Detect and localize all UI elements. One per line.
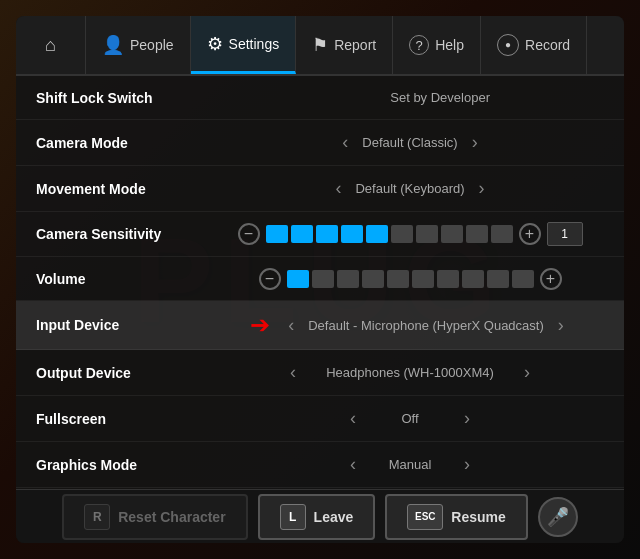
record-icon: ●: [497, 34, 519, 56]
nav-help-label: Help: [435, 37, 464, 53]
vol-block-2: [312, 270, 334, 288]
row-fullscreen: Fullscreen ‹ Off ›: [16, 396, 624, 442]
block-7: [416, 225, 438, 243]
volume-slider: − +: [259, 268, 562, 290]
shift-lock-value: Set by Developer: [216, 90, 604, 105]
report-icon: ⚑: [312, 36, 328, 54]
row-volume: Volume − +: [16, 257, 624, 301]
resume-button[interactable]: ESC Resume: [385, 494, 527, 540]
leave-label: Leave: [314, 509, 354, 525]
output-device-text: Headphones (WH-1000XM4): [310, 365, 510, 380]
nav-record-label: Record: [525, 37, 570, 53]
top-navigation: ⌂ 👤 People ⚙ Settings ⚑ Report ? Help ● …: [16, 16, 624, 76]
mic-button[interactable]: 🎤: [538, 497, 578, 537]
reset-character-button[interactable]: R Reset Character: [62, 494, 247, 540]
camera-sensitivity-blocks: [266, 225, 513, 243]
shift-lock-text: Set by Developer: [310, 90, 510, 105]
mic-icon: 🎤: [547, 506, 569, 528]
help-icon: ?: [409, 35, 429, 55]
camera-mode-next[interactable]: ›: [466, 130, 484, 155]
vol-block-10: [512, 270, 534, 288]
row-camera-mode: Camera Mode ‹ Default (Classic) ›: [16, 120, 624, 166]
output-device-label: Output Device: [36, 365, 216, 381]
camera-sensitivity-label: Camera Sensitivity: [36, 226, 216, 242]
block-10: [491, 225, 513, 243]
settings-panel: ⌂ 👤 People ⚙ Settings ⚑ Report ? Help ● …: [16, 16, 624, 543]
leave-key: L: [280, 504, 306, 530]
leave-button[interactable]: L Leave: [258, 494, 376, 540]
vol-block-5: [387, 270, 409, 288]
fullscreen-text: Off: [370, 411, 450, 426]
vol-block-3: [337, 270, 359, 288]
nav-help[interactable]: ? Help: [393, 16, 481, 74]
vol-block-8: [462, 270, 484, 288]
nav-settings[interactable]: ⚙ Settings: [191, 16, 297, 74]
graphics-mode-text: Manual: [370, 457, 450, 472]
volume-plus[interactable]: +: [540, 268, 562, 290]
people-icon: 👤: [102, 36, 124, 54]
camera-mode-value: ‹ Default (Classic) ›: [216, 130, 604, 155]
settings-icon: ⚙: [207, 35, 223, 53]
movement-mode-label: Movement Mode: [36, 181, 216, 197]
vol-block-9: [487, 270, 509, 288]
row-graphics-quality: Graphics Quality −: [16, 488, 624, 489]
fullscreen-value: ‹ Off ›: [216, 406, 604, 431]
row-input-device: Input Device ➔ ‹ Default - Microphone (H…: [16, 301, 624, 350]
resume-label: Resume: [451, 509, 505, 525]
output-device-prev[interactable]: ‹: [284, 360, 302, 385]
movement-mode-next[interactable]: ›: [473, 176, 491, 201]
volume-label: Volume: [36, 271, 216, 287]
resume-key: ESC: [407, 504, 443, 530]
block-6: [391, 225, 413, 243]
graphics-mode-prev[interactable]: ‹: [344, 452, 362, 477]
reset-key: R: [84, 504, 110, 530]
block-4: [341, 225, 363, 243]
camera-sensitivity-value: − +: [216, 222, 604, 246]
graphics-mode-next[interactable]: ›: [458, 452, 476, 477]
input-device-prev[interactable]: ‹: [282, 313, 300, 338]
bottom-bar: R Reset Character L Leave ESC Resume 🎤: [16, 489, 624, 543]
block-3: [316, 225, 338, 243]
volume-minus[interactable]: −: [259, 268, 281, 290]
row-graphics-mode: Graphics Mode ‹ Manual ›: [16, 442, 624, 488]
block-1: [266, 225, 288, 243]
camera-sensitivity-minus[interactable]: −: [238, 223, 260, 245]
input-device-label: Input Device: [36, 317, 216, 333]
input-device-next[interactable]: ›: [552, 313, 570, 338]
output-device-next[interactable]: ›: [518, 360, 536, 385]
graphics-mode-label: Graphics Mode: [36, 457, 216, 473]
block-8: [441, 225, 463, 243]
movement-mode-prev[interactable]: ‹: [329, 176, 347, 201]
nav-report[interactable]: ⚑ Report: [296, 16, 393, 74]
camera-mode-text: Default (Classic): [362, 135, 457, 150]
input-device-text: Default - Microphone (HyperX Quadcast): [308, 318, 544, 333]
graphics-mode-value: ‹ Manual ›: [216, 452, 604, 477]
nav-home[interactable]: ⌂: [16, 16, 86, 74]
movement-mode-text: Default (Keyboard): [355, 181, 464, 196]
vol-block-4: [362, 270, 384, 288]
row-camera-sensitivity: Camera Sensitivity −: [16, 212, 624, 257]
fullscreen-label: Fullscreen: [36, 411, 216, 427]
nav-record[interactable]: ● Record: [481, 16, 587, 74]
nav-report-label: Report: [334, 37, 376, 53]
camera-mode-prev[interactable]: ‹: [336, 130, 354, 155]
reset-label: Reset Character: [118, 509, 225, 525]
shift-lock-label: Shift Lock Switch: [36, 90, 216, 106]
row-shift-lock: Shift Lock Switch Set by Developer: [16, 76, 624, 120]
fullscreen-prev[interactable]: ‹: [344, 406, 362, 431]
fullscreen-next[interactable]: ›: [458, 406, 476, 431]
settings-content: Shift Lock Switch Set by Developer Camer…: [16, 76, 624, 489]
row-output-device: Output Device ‹ Headphones (WH-1000XM4) …: [16, 350, 624, 396]
camera-sensitivity-input[interactable]: [547, 222, 583, 246]
block-2: [291, 225, 313, 243]
camera-mode-label: Camera Mode: [36, 135, 216, 151]
home-icon: ⌂: [45, 36, 56, 54]
camera-sensitivity-plus[interactable]: +: [519, 223, 541, 245]
nav-people[interactable]: 👤 People: [86, 16, 191, 74]
red-arrow-indicator: ➔: [250, 311, 270, 339]
volume-value: − +: [216, 268, 604, 290]
volume-blocks: [287, 270, 534, 288]
nav-people-label: People: [130, 37, 174, 53]
input-device-value: ➔ ‹ Default - Microphone (HyperX Quadcas…: [216, 311, 604, 339]
block-9: [466, 225, 488, 243]
